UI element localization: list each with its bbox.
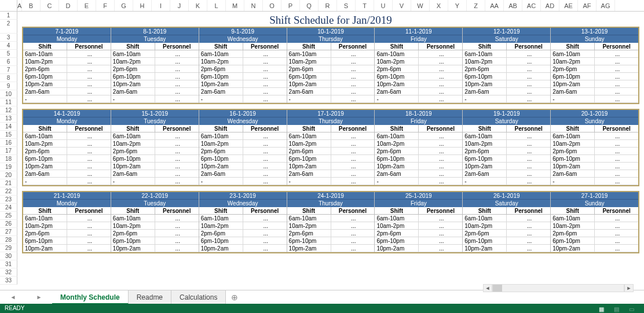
shift-row[interactable]: 2am-6am...: [287, 88, 375, 95]
shift-row[interactable]: 6pm-10pm...: [551, 73, 638, 80]
column-header[interactable]: AA: [485, 0, 504, 11]
personnel-cell[interactable]: ...: [155, 50, 199, 58]
shift-cell[interactable]: 10pm-2am: [463, 80, 507, 88]
shift-cell[interactable]: 6am-10am: [463, 50, 507, 58]
shift-cell[interactable]: 10pm-2am: [287, 80, 331, 88]
personnel-cell[interactable]: ...: [595, 140, 638, 148]
personnel-cell[interactable]: ...: [331, 88, 375, 95]
shift-row[interactable]: 10am-2pm...: [23, 58, 111, 65]
shift-row[interactable]: -...: [23, 95, 111, 103]
shift-cell[interactable]: 2pm-6pm: [23, 148, 67, 155]
row-header[interactable]: 30: [0, 252, 17, 260]
shift-cell[interactable]: 2am-6am: [287, 170, 331, 178]
shift-row[interactable]: 6am-10am...: [23, 132, 111, 140]
column-header[interactable]: V: [393, 0, 411, 11]
shift-cell[interactable]: 2am-6am: [463, 170, 507, 178]
personnel-cell[interactable]: ...: [419, 95, 462, 103]
personnel-cell[interactable]: ...: [331, 95, 375, 103]
shift-row[interactable]: 6pm-10pm...: [287, 73, 375, 80]
shift-row[interactable]: 6pm-10pm...: [375, 155, 462, 163]
personnel-cell[interactable]: ...: [507, 245, 550, 252]
personnel-cell[interactable]: ...: [243, 50, 287, 58]
row-header[interactable]: 22: [0, 187, 17, 196]
shift-cell[interactable]: 6pm-10pm: [551, 73, 595, 80]
personnel-cell[interactable]: ...: [595, 163, 638, 170]
shift-cell[interactable]: 10am-2pm: [23, 140, 67, 148]
personnel-cell[interactable]: ...: [595, 65, 638, 73]
shift-cell[interactable]: 10pm-2am: [23, 80, 67, 88]
sheet-tab[interactable]: Calculations: [171, 290, 226, 304]
column-header[interactable]: K: [189, 0, 207, 11]
personnel-cell[interactable]: ...: [67, 222, 111, 230]
column-header[interactable]: C: [41, 0, 59, 11]
row-header[interactable]: 5: [0, 50, 17, 58]
shift-row[interactable]: 6am-10am...: [375, 50, 462, 58]
personnel-cell[interactable]: ...: [67, 230, 111, 237]
personnel-cell[interactable]: ...: [243, 170, 287, 178]
shift-row[interactable]: 10pm-2am...: [551, 245, 638, 252]
shift-row[interactable]: 10pm-2am...: [287, 80, 375, 88]
shift-row[interactable]: 6am-10am...: [111, 132, 199, 140]
shift-cell[interactable]: 2pm-6pm: [463, 65, 507, 73]
shift-cell[interactable]: 10am-2pm: [23, 58, 67, 65]
shift-cell[interactable]: 2pm-6pm: [551, 230, 595, 237]
shift-cell[interactable]: 6am-10am: [199, 50, 243, 58]
shift-row[interactable]: 6pm-10pm...: [551, 237, 638, 245]
shift-cell[interactable]: 6pm-10pm: [375, 237, 419, 245]
shift-row[interactable]: -...: [199, 95, 287, 103]
personnel-cell[interactable]: ...: [595, 237, 638, 245]
column-header[interactable]: W: [411, 0, 430, 11]
shift-cell[interactable]: -: [287, 95, 331, 103]
personnel-cell[interactable]: ...: [419, 215, 462, 222]
shift-row[interactable]: 10pm-2am...: [463, 245, 550, 252]
shift-cell[interactable]: -: [111, 178, 155, 185]
shift-cell[interactable]: -: [287, 178, 331, 185]
column-header[interactable]: AD: [541, 0, 559, 11]
shift-cell[interactable]: 6am-10am: [375, 132, 419, 140]
shift-cell[interactable]: 2pm-6pm: [375, 148, 419, 155]
shift-row[interactable]: 2am-6am...: [23, 170, 111, 178]
shift-cell[interactable]: 2am-6am: [199, 88, 243, 95]
shift-cell[interactable]: 6pm-10pm: [463, 73, 507, 80]
personnel-cell[interactable]: ...: [331, 237, 375, 245]
shift-row[interactable]: 10am-2pm...: [111, 222, 199, 230]
shift-cell[interactable]: 10pm-2am: [23, 163, 67, 170]
shift-cell[interactable]: 2pm-6pm: [287, 65, 331, 73]
shift-cell[interactable]: 10am-2pm: [199, 58, 243, 65]
shift-row[interactable]: 2am-6am...: [23, 88, 111, 95]
personnel-cell[interactable]: ...: [507, 73, 550, 80]
shift-cell[interactable]: 6pm-10pm: [111, 73, 155, 80]
shift-cell[interactable]: -: [199, 178, 243, 185]
row-header[interactable]: 20: [0, 171, 17, 179]
personnel-cell[interactable]: ...: [243, 222, 287, 230]
personnel-cell[interactable]: ...: [243, 155, 287, 163]
shift-cell[interactable]: 6pm-10pm: [551, 155, 595, 163]
row-header[interactable]: 21: [0, 179, 17, 187]
shift-cell[interactable]: 6am-10am: [23, 215, 67, 222]
shift-cell[interactable]: 6pm-10pm: [23, 73, 67, 80]
shift-row[interactable]: 2pm-6pm...: [111, 65, 199, 73]
shift-row[interactable]: 2am-6am...: [551, 88, 638, 95]
shift-cell[interactable]: 10am-2pm: [375, 58, 419, 65]
personnel-cell[interactable]: ...: [419, 80, 462, 88]
shift-row[interactable]: 10am-2pm...: [287, 140, 375, 148]
shift-row[interactable]: 6pm-10pm...: [199, 237, 287, 245]
scroll-thumb[interactable]: [493, 285, 502, 292]
personnel-cell[interactable]: ...: [419, 245, 462, 252]
shift-cell[interactable]: 6pm-10pm: [287, 237, 331, 245]
shift-row[interactable]: 10pm-2am...: [199, 245, 287, 252]
shift-row[interactable]: 10pm-2am...: [23, 80, 111, 88]
shift-cell[interactable]: 6am-10am: [111, 215, 155, 222]
personnel-cell[interactable]: ...: [419, 170, 462, 178]
shift-row[interactable]: 10am-2pm...: [375, 58, 462, 65]
column-header[interactable]: S: [337, 0, 356, 11]
personnel-cell[interactable]: ...: [419, 237, 462, 245]
row-header[interactable]: 18: [0, 155, 17, 163]
shift-cell[interactable]: 6am-10am: [111, 50, 155, 58]
shift-row[interactable]: 2am-6am...: [463, 170, 550, 178]
shift-cell[interactable]: 6am-10am: [551, 132, 595, 140]
row-header[interactable]: 17: [0, 147, 17, 155]
shift-row[interactable]: 2am-6am...: [375, 88, 462, 95]
shift-row[interactable]: 2am-6am...: [375, 170, 462, 178]
shift-cell[interactable]: 2am-6am: [551, 88, 595, 95]
